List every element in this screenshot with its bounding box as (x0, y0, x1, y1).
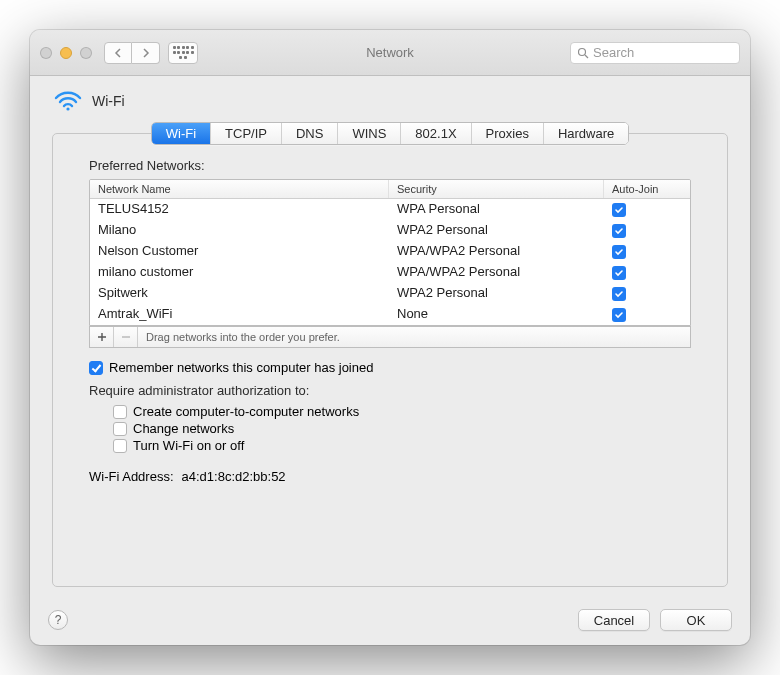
titlebar: Network Search (30, 30, 750, 76)
search-placeholder: Search (593, 45, 634, 60)
create-networks-checkbox[interactable] (113, 405, 127, 419)
security-cell: WPA/WPA2 Personal (389, 262, 604, 283)
search-input[interactable]: Search (570, 42, 740, 64)
minimize-window-button[interactable] (60, 47, 72, 59)
search-icon (577, 47, 589, 59)
auto-join-checkbox[interactable] (612, 245, 626, 259)
table-row[interactable]: Amtrak_WiFiNone (90, 304, 690, 325)
tab-tcpip[interactable]: TCP/IP (211, 123, 282, 144)
table-row[interactable]: MilanoWPA2 Personal (90, 220, 690, 241)
network-name-cell: milano customer (90, 262, 389, 283)
table-row[interactable]: TELUS4152WPA Personal (90, 199, 690, 220)
add-network-button[interactable] (90, 327, 114, 347)
table-row[interactable]: milano customerWPA/WPA2 Personal (90, 262, 690, 283)
svg-line-1 (585, 55, 588, 58)
table-header: Network Name Security Auto-Join (90, 180, 690, 199)
traffic-lights (40, 47, 92, 59)
wifi-address-label: Wi-Fi Address: (89, 469, 174, 484)
wifi-icon (54, 90, 82, 112)
security-cell: WPA/WPA2 Personal (389, 241, 604, 262)
auto-join-cell (604, 262, 690, 283)
show-all-button[interactable] (168, 42, 198, 64)
tab-bar: Wi-FiTCP/IPDNSWINS802.1XProxiesHardware (52, 122, 728, 145)
network-name-cell: Nelson Customer (90, 241, 389, 262)
change-networks-label: Change networks (133, 421, 234, 436)
cancel-button[interactable]: Cancel (578, 609, 650, 631)
back-button[interactable] (104, 42, 132, 64)
change-networks-option[interactable]: Change networks (113, 421, 691, 436)
auto-join-checkbox[interactable] (612, 203, 626, 217)
security-cell: WPA2 Personal (389, 283, 604, 304)
plus-icon (97, 332, 107, 342)
tab-dns[interactable]: DNS (282, 123, 338, 144)
remember-networks-label: Remember networks this computer has join… (109, 360, 373, 375)
change-networks-checkbox[interactable] (113, 422, 127, 436)
preferences-window: Network Search Wi-Fi Wi-FiTCP/IPDNSWINS8… (30, 30, 750, 645)
page-title: Wi-Fi (92, 93, 125, 109)
auto-join-cell (604, 220, 690, 241)
nav-buttons (104, 42, 160, 64)
ok-button[interactable]: OK (660, 609, 732, 631)
tab-hardware[interactable]: Hardware (544, 123, 628, 144)
tab-wifi[interactable]: Wi-Fi (152, 123, 211, 144)
preferred-networks-label: Preferred Networks: (89, 158, 691, 173)
create-networks-option[interactable]: Create computer-to-computer networks (113, 404, 691, 419)
column-security[interactable]: Security (389, 180, 604, 198)
minus-icon (121, 332, 131, 342)
table-footer: Drag networks into the order you prefer. (89, 326, 691, 348)
table-row[interactable]: SpitwerkWPA2 Personal (90, 283, 690, 304)
network-name-cell: TELUS4152 (90, 199, 389, 220)
wifi-address-value: a4:d1:8c:d2:bb:52 (182, 469, 286, 484)
column-auto-join[interactable]: Auto-Join (604, 180, 690, 198)
auto-join-cell (604, 199, 690, 220)
svg-point-2 (66, 107, 69, 110)
auto-join-checkbox[interactable] (612, 287, 626, 301)
network-name-cell: Milano (90, 220, 389, 241)
security-cell: WPA Personal (389, 199, 604, 220)
toggle-wifi-checkbox[interactable] (113, 439, 127, 453)
tab-wins[interactable]: WINS (338, 123, 401, 144)
auto-join-cell (604, 283, 690, 304)
auto-join-checkbox[interactable] (612, 308, 626, 322)
remember-networks-option[interactable]: Remember networks this computer has join… (89, 360, 691, 375)
tab-8021x[interactable]: 802.1X (401, 123, 471, 144)
drag-hint: Drag networks into the order you prefer. (146, 331, 340, 343)
toggle-wifi-label: Turn Wi-Fi on or off (133, 438, 244, 453)
page-header: Wi-Fi (54, 90, 728, 112)
forward-button[interactable] (132, 42, 160, 64)
preferred-networks-table: Network Name Security Auto-Join TELUS415… (89, 179, 691, 326)
wifi-panel: Preferred Networks: Network Name Securit… (52, 133, 728, 587)
remember-networks-checkbox[interactable] (89, 361, 103, 375)
auto-join-checkbox[interactable] (612, 266, 626, 280)
security-cell: None (389, 304, 604, 325)
body: Wi-Fi Wi-FiTCP/IPDNSWINS802.1XProxiesHar… (30, 76, 750, 601)
tab-proxies[interactable]: Proxies (472, 123, 544, 144)
help-button[interactable]: ? (48, 610, 68, 630)
remove-network-button[interactable] (114, 327, 138, 347)
auto-join-cell (604, 241, 690, 262)
toggle-wifi-option[interactable]: Turn Wi-Fi on or off (113, 438, 691, 453)
wifi-address-row: Wi-Fi Address: a4:d1:8c:d2:bb:52 (89, 469, 691, 484)
create-networks-label: Create computer-to-computer networks (133, 404, 359, 419)
column-network-name[interactable]: Network Name (90, 180, 389, 198)
zoom-window-button[interactable] (80, 47, 92, 59)
auth-sub-options: Create computer-to-computer networks Cha… (113, 404, 691, 453)
auto-join-checkbox[interactable] (612, 224, 626, 238)
svg-point-0 (579, 48, 586, 55)
network-name-cell: Amtrak_WiFi (90, 304, 389, 325)
security-cell: WPA2 Personal (389, 220, 604, 241)
require-auth-label: Require administrator authorization to: (89, 383, 691, 398)
auto-join-cell (604, 304, 690, 325)
close-window-button[interactable] (40, 47, 52, 59)
table-row[interactable]: Nelson CustomerWPA/WPA2 Personal (90, 241, 690, 262)
network-name-cell: Spitwerk (90, 283, 389, 304)
footer: ? Cancel OK (30, 601, 750, 645)
